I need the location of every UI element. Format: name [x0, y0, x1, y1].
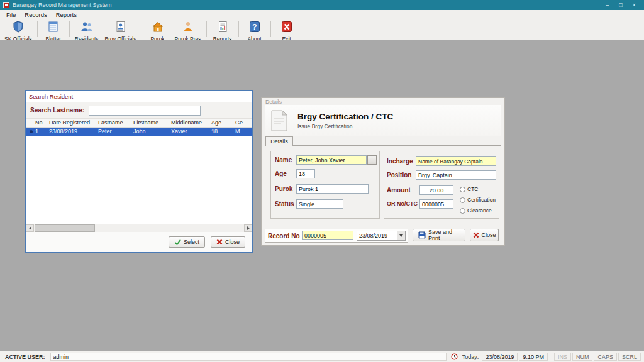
record-date-value: 23/08/2019	[357, 233, 397, 239]
red-x-icon	[473, 232, 479, 238]
position-field[interactable]: Brgy. Captain	[416, 170, 496, 180]
details-panel: Details Brgy Certification / CTC Issue B…	[261, 97, 505, 246]
scroll-right-button[interactable]	[244, 224, 252, 232]
combobox-dropdown-button[interactable]	[397, 231, 405, 240]
people-icon	[80, 21, 93, 35]
document-icon	[270, 110, 289, 131]
close-details-button[interactable]: Close	[470, 229, 499, 241]
status-date: 23/08/2019	[482, 353, 518, 361]
radio-clearance[interactable]: Clearance	[460, 207, 492, 214]
grid-header-middlename[interactable]: Middlename	[169, 119, 209, 127]
toolbar-separator	[37, 21, 38, 37]
purok-field[interactable]: Purok 1	[296, 184, 369, 194]
cell-lastname: Peter	[96, 128, 131, 136]
scroll-right-icon	[247, 226, 250, 230]
grid-header-gender[interactable]: Ge	[233, 119, 252, 127]
title-bar: Barangay Record Management System – □ ×	[0, 0, 644, 10]
horizontal-scrollbar	[26, 224, 252, 232]
details-header: Brgy Certification / CTC Issue Brgy Cert…	[265, 105, 501, 136]
indicator-num: NUM	[572, 353, 593, 361]
minimize-button[interactable]: –	[606, 0, 609, 10]
name-field[interactable]: Peter, John Xavier	[296, 155, 367, 165]
cell-no: 1	[33, 128, 47, 136]
radio-certification[interactable]: Certification	[460, 197, 496, 203]
incharge-field[interactable]: Name of Barangay Captain	[416, 156, 496, 166]
row-selector-marker	[26, 128, 33, 136]
grid-header-firstname[interactable]: Firstname	[131, 119, 169, 127]
menu-file[interactable]: File	[2, 11, 20, 18]
radio-circle-icon	[460, 197, 465, 203]
toolbar-sk-officials-button[interactable]: SK Officials	[1, 19, 35, 39]
mdi-client-area: Search Resident Search Lastname: No Date…	[0, 40, 644, 351]
menu-reports[interactable]: Reports	[52, 11, 81, 18]
grid-header-date-registered[interactable]: Date Registered	[47, 119, 96, 127]
toolbar-reports-button[interactable]: Reports	[209, 19, 236, 39]
report-chart-icon	[216, 21, 229, 35]
scrollbar-track[interactable]	[95, 224, 244, 232]
or-no-ctc-field[interactable]: 0000005	[419, 199, 453, 209]
window-controls: – □ ×	[606, 0, 641, 10]
official-document-icon	[114, 21, 127, 35]
cell-date-registered: 23/08/2019	[47, 128, 96, 136]
grid-header-no[interactable]: No	[33, 119, 47, 127]
toolbar-brgy-officials-button[interactable]: Brgy Officials	[102, 19, 140, 39]
status-label: Status	[275, 200, 294, 207]
record-no-box: Record No 0000005 23/08/2019	[265, 229, 408, 243]
status-time: 9:10 PM	[519, 353, 548, 361]
window-title: Barangay Record Management System	[13, 2, 112, 8]
search-lastname-label: Search Lastname:	[30, 107, 84, 114]
shield-icon	[12, 21, 25, 35]
record-no-field[interactable]: 0000005	[302, 231, 353, 240]
grid-empty-area	[26, 136, 252, 224]
question-mark-icon: ?	[248, 21, 261, 35]
close-button[interactable]: ×	[633, 0, 636, 10]
toolbar-about-button[interactable]: ? About	[241, 19, 269, 39]
app-icon	[3, 2, 9, 8]
toolbar-purok-button[interactable]: Purok	[144, 19, 172, 39]
page-title: Brgy Certification / CTC	[297, 112, 393, 121]
details-header-text: Brgy Certification / CTC Issue Brgy Cert…	[297, 112, 393, 129]
resident-info-group: Name Peter, John Xavier Age 18 Purok Pur…	[270, 151, 380, 219]
toolbar-separator	[142, 21, 142, 37]
scroll-left-icon	[29, 226, 31, 230]
search-lastname-input[interactable]	[89, 106, 201, 116]
incharge-label: Incharge	[387, 158, 413, 165]
cell-gender: M	[233, 128, 252, 136]
name-browse-button[interactable]	[367, 155, 377, 165]
toolbar-exit-button[interactable]: Exit	[273, 19, 301, 39]
age-field[interactable]: 18	[296, 169, 315, 178]
record-no-label: Record No	[268, 233, 300, 239]
toolbar-blotter-button[interactable]: Blotter	[40, 19, 67, 39]
grid-header-age[interactable]: Age	[209, 119, 233, 127]
close-search-button[interactable]: Close	[211, 236, 245, 248]
select-button[interactable]: Select	[169, 236, 205, 248]
indicator-caps: CAPS	[594, 353, 617, 361]
save-disk-icon	[418, 231, 426, 239]
save-and-print-button[interactable]: Save and Print	[413, 229, 465, 241]
toolbar-separator	[206, 21, 207, 37]
amount-field[interactable]: 20.00	[419, 185, 453, 195]
status-field[interactable]: Single	[296, 199, 343, 209]
radio-circle-icon	[460, 208, 465, 214]
record-date-combobox[interactable]: 23/08/2019	[357, 231, 406, 241]
toolbar-purok-pres-button[interactable]: Purok Pres	[172, 19, 204, 39]
tab-details[interactable]: Details	[265, 136, 293, 146]
radio-ctc-label: CTC	[467, 186, 478, 192]
indicator-scrl: SCRL	[618, 353, 641, 361]
radio-ctc[interactable]: CTC	[460, 186, 478, 192]
person-icon	[182, 21, 194, 35]
cell-age: 18	[209, 128, 233, 136]
grid-header-lastname[interactable]: Lastname	[96, 119, 131, 127]
close-button-label: Close	[225, 239, 240, 245]
menu-records[interactable]: Records	[20, 11, 51, 18]
certificate-info-group: Incharge Name of Barangay Captain Positi…	[384, 151, 499, 219]
svg-text:?: ?	[252, 23, 257, 31]
toolbar-residents-button[interactable]: Residents	[72, 19, 102, 39]
scroll-left-button[interactable]	[26, 224, 34, 232]
toolbar-separator	[303, 21, 303, 37]
maximize-button[interactable]: □	[619, 0, 622, 10]
green-check-icon	[174, 239, 181, 246]
scrollbar-thumb[interactable]	[35, 224, 95, 232]
amount-label: Amount	[387, 187, 411, 194]
table-row[interactable]: 1 23/08/2019 Peter John Xavier 18 M	[26, 128, 252, 136]
